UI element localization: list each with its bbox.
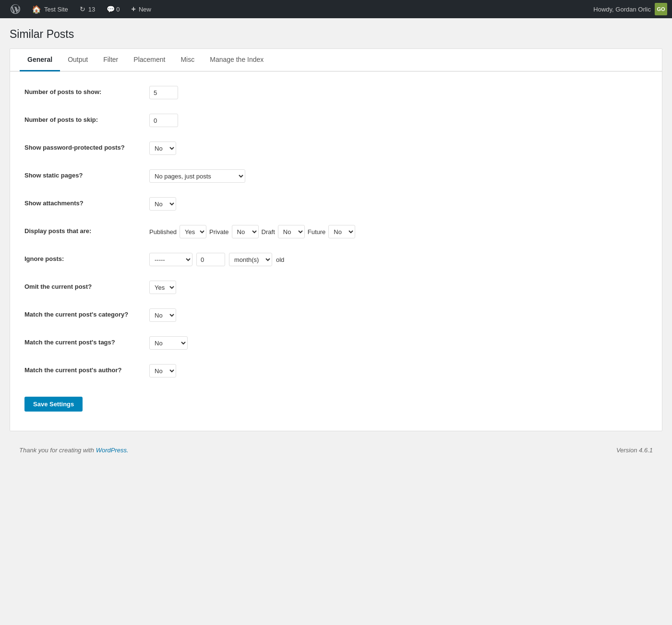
- site-name-menu[interactable]: 🏠 Test Site: [26, 0, 74, 18]
- show-password-row: Show password-protected posts? No Yes: [24, 142, 648, 155]
- show-password-label: Show password-protected posts?: [24, 142, 140, 152]
- tab-filter[interactable]: Filter: [96, 49, 126, 71]
- future-label: Future: [308, 228, 326, 236]
- comments-icon: 💬: [107, 5, 115, 13]
- version-text: Version 4.6.1: [616, 447, 653, 454]
- display-posts-row: Display posts that are: Published Yes No…: [24, 225, 648, 238]
- howdy-text: Howdy, Gordan Orlic: [593, 6, 651, 13]
- tabs-nav: General Output Filter Placement Misc Man…: [10, 49, 662, 71]
- comments-count: 0: [116, 6, 120, 13]
- match-author-row: Match the current post's author? No Yes: [24, 364, 648, 377]
- show-static-label: Show static pages?: [24, 169, 140, 180]
- display-posts-label: Display posts that are:: [24, 225, 140, 236]
- show-static-select[interactable]: No pages, just posts Pages and posts Pag…: [149, 169, 245, 183]
- match-tags-row: Match the current post's tags? No Yes: [24, 336, 648, 350]
- show-attachments-select[interactable]: No Yes: [149, 197, 176, 211]
- future-select[interactable]: No Yes: [328, 225, 355, 238]
- draft-label: Draft: [262, 228, 275, 236]
- new-label: New: [139, 6, 151, 13]
- posts-to-skip-label: Number of posts to skip:: [24, 114, 140, 124]
- match-author-select[interactable]: No Yes: [149, 364, 176, 377]
- private-select[interactable]: No Yes: [232, 225, 259, 238]
- comments-menu[interactable]: 💬 0: [101, 0, 125, 18]
- omit-current-row: Omit the current post? Yes No: [24, 281, 648, 294]
- wp-logo-icon: [11, 4, 20, 14]
- show-static-row: Show static pages? No pages, just posts …: [24, 169, 648, 183]
- save-button-wrap: Save Settings: [24, 392, 648, 412]
- ignore-posts-condition-select[interactable]: ----- Less than More than: [149, 253, 192, 266]
- tab-misc[interactable]: Misc: [173, 49, 202, 71]
- posts-to-skip-input[interactable]: [149, 114, 178, 127]
- page-footer: Thank you for creating with WordPress. V…: [10, 441, 662, 460]
- page-title: Similar Posts: [10, 28, 662, 41]
- thank-you-text: Thank you for creating with: [19, 447, 96, 454]
- tab-output[interactable]: Output: [60, 49, 96, 71]
- updates-menu[interactable]: ↻ 13: [74, 0, 101, 18]
- ignore-posts-label: Ignore posts:: [24, 253, 140, 263]
- updates-count: 13: [88, 6, 95, 13]
- match-category-row: Match the current post's category? No Ye…: [24, 308, 648, 322]
- omit-current-label: Omit the current post?: [24, 281, 140, 291]
- admin-bar: 🏠 Test Site ↻ 13 💬 0 + New Howdy, Gordan…: [0, 0, 672, 18]
- published-select[interactable]: Yes No: [180, 225, 206, 238]
- home-icon: 🏠: [32, 5, 41, 14]
- wordpress-link[interactable]: WordPress.: [96, 447, 129, 454]
- ignore-posts-number-input[interactable]: [196, 253, 225, 266]
- ignore-posts-row: Ignore posts: ----- Less than More than …: [24, 253, 648, 266]
- main-content: Similar Posts General Output Filter Plac…: [0, 18, 672, 469]
- private-label: Private: [209, 228, 228, 236]
- posts-to-show-row: Number of posts to show:: [24, 86, 648, 99]
- wp-logo-menu[interactable]: [5, 0, 26, 18]
- settings-card: General Output Filter Placement Misc Man…: [10, 48, 662, 431]
- posts-to-skip-row: Number of posts to skip:: [24, 114, 648, 127]
- plus-icon: +: [132, 5, 136, 13]
- match-tags-select[interactable]: No Yes: [149, 336, 188, 350]
- site-name-label: Test Site: [44, 6, 68, 13]
- draft-select[interactable]: No Yes: [278, 225, 305, 238]
- tab-placement[interactable]: Placement: [126, 49, 173, 71]
- form-body: Number of posts to show: Number of posts…: [10, 71, 662, 431]
- published-label: Published: [149, 228, 177, 236]
- posts-to-show-label: Number of posts to show:: [24, 86, 140, 96]
- show-password-select[interactable]: No Yes: [149, 142, 176, 155]
- ignore-posts-old-label: old: [276, 256, 284, 263]
- show-attachments-label: Show attachments?: [24, 197, 140, 208]
- adminbar-right: Howdy, Gordan Orlic GO: [593, 3, 667, 15]
- tab-manage-index[interactable]: Manage the Index: [202, 49, 271, 71]
- match-category-select[interactable]: No Yes: [149, 308, 176, 322]
- match-tags-label: Match the current post's tags?: [24, 336, 140, 347]
- show-attachments-row: Show attachments? No Yes: [24, 197, 648, 211]
- match-author-label: Match the current post's author?: [24, 364, 140, 375]
- match-category-label: Match the current post's category?: [24, 308, 140, 319]
- new-content-menu[interactable]: + New: [126, 0, 157, 18]
- ignore-posts-period-select[interactable]: month(s) day(s) week(s) year(s): [229, 253, 272, 266]
- tab-general[interactable]: General: [20, 49, 60, 71]
- updates-icon: ↻: [80, 5, 85, 13]
- posts-to-show-input[interactable]: [149, 86, 178, 99]
- footer-text: Thank you for creating with WordPress.: [19, 447, 129, 454]
- save-settings-button[interactable]: Save Settings: [24, 397, 83, 412]
- omit-current-select[interactable]: Yes No: [149, 281, 176, 294]
- avatar: GO: [655, 3, 667, 15]
